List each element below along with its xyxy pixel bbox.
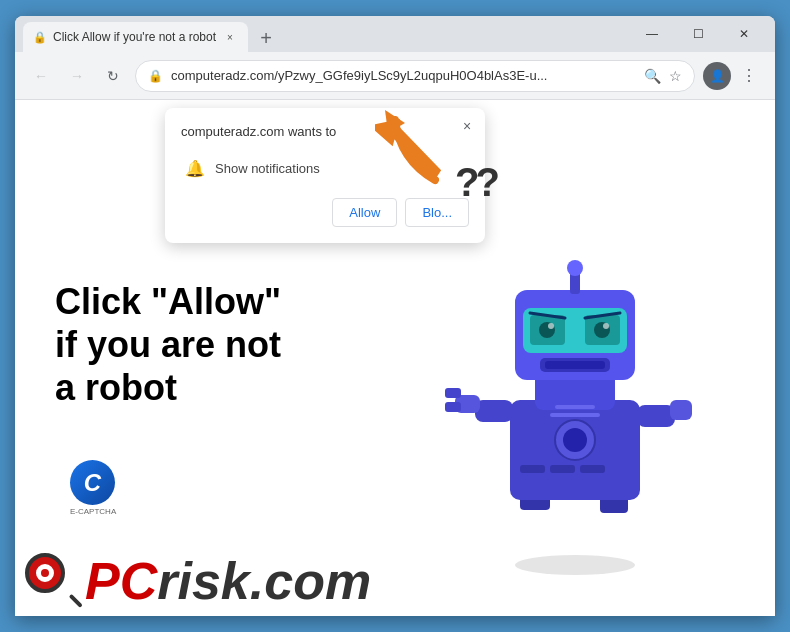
allow-button[interactable]: Allow (332, 198, 397, 227)
profile-button[interactable]: 👤 (703, 62, 731, 90)
close-popup-button[interactable]: × (457, 116, 477, 136)
ecaptcha-label: E-CAPTCHA (70, 507, 116, 516)
svg-rect-10 (550, 465, 575, 473)
menu-button[interactable]: ⋮ (735, 62, 763, 90)
new-tab-button[interactable]: + (252, 24, 280, 52)
browser-window: 🔒 Click Allow if you're not a robot × + … (15, 16, 775, 616)
svg-rect-32 (670, 400, 692, 420)
forward-button[interactable]: → (63, 62, 91, 90)
title-row: 🔒 Click Allow if you're not a robot × + … (15, 16, 775, 52)
svg-point-19 (548, 323, 554, 329)
toolbar-right: 👤 ⋮ (703, 62, 763, 90)
window-close-button[interactable]: ✕ (721, 16, 767, 52)
bell-icon: 🔔 (185, 159, 205, 178)
svg-rect-24 (545, 361, 605, 369)
robot-illustration (435, 200, 715, 580)
svg-rect-27 (475, 400, 513, 422)
svg-point-26 (567, 260, 583, 276)
svg-rect-31 (637, 405, 675, 427)
address-bar[interactable]: 🔒 computeradz.com/yPzwy_GGfe9iyLSc9yL2uq… (135, 60, 695, 92)
notification-option-label: Show notifications (215, 161, 320, 176)
notification-buttons: Allow Blo... (181, 198, 469, 227)
tab-close-button[interactable]: × (222, 29, 238, 45)
pcrisk-domain-text: risk.com (157, 555, 371, 607)
chrome-top: 🔒 Click Allow if you're not a robot × + … (15, 16, 775, 52)
svg-rect-30 (445, 402, 461, 412)
pcrisk-logo: PCrisk.com (25, 553, 371, 608)
svg-rect-9 (520, 465, 545, 473)
pcrisk-pc-text: PC (85, 555, 157, 607)
question-marks: ?? (455, 160, 496, 205)
address-search-icon[interactable]: 🔍 (644, 68, 661, 84)
page-content: computeradz.com wants to 🔔 Show notifica… (15, 100, 775, 616)
lock-icon: 🔒 (148, 69, 163, 83)
toolbar: ← → ↻ 🔒 computeradz.com/yPzwy_GGfe9iyLSc… (15, 52, 775, 100)
svg-rect-33 (555, 405, 595, 409)
minimize-button[interactable]: — (629, 16, 675, 52)
tab-favicon: 🔒 (33, 31, 47, 44)
reload-button[interactable]: ↻ (99, 62, 127, 90)
svg-rect-34 (550, 413, 600, 417)
main-text-line1: Click "Allow" (55, 280, 281, 323)
svg-rect-11 (580, 465, 605, 473)
main-text: Click "Allow" if you are not a robot (55, 280, 281, 410)
svg-point-20 (603, 323, 609, 329)
tab-container: 🔒 Click Allow if you're not a robot × + (23, 16, 629, 52)
window-controls: — ☐ ✕ (629, 16, 767, 52)
svg-rect-29 (445, 388, 461, 398)
ecaptcha-area: C E-CAPTCHA (70, 460, 116, 516)
magnifier-icon (25, 553, 80, 608)
svg-point-8 (563, 428, 587, 452)
back-button[interactable]: ← (27, 62, 55, 90)
tab-title: Click Allow if you're not a robot (53, 30, 216, 44)
profile-icon: 👤 (710, 69, 725, 83)
maximize-button[interactable]: ☐ (675, 16, 721, 52)
active-tab[interactable]: 🔒 Click Allow if you're not a robot × (23, 22, 248, 52)
url-text: computeradz.com/yPzwy_GGfe9iyLSc9yL2uqpu… (171, 68, 636, 83)
arrow-indicator (375, 100, 455, 190)
main-text-line3: a robot (55, 366, 281, 409)
bookmark-star-icon[interactable]: ☆ (669, 68, 682, 84)
svg-point-3 (515, 555, 635, 575)
main-text-line2: if you are not (55, 323, 281, 366)
c-logo: C (70, 460, 115, 505)
